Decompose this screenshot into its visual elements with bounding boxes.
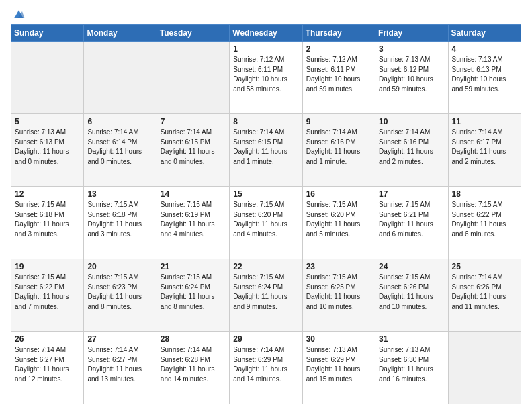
day-info: Sunrise: 7:15 AM Sunset: 6:25 PM Dayligh… [306, 273, 371, 312]
calendar-cell: 14Sunrise: 7:15 AM Sunset: 6:19 PM Dayli… [157, 187, 229, 259]
calendar-cell: 10Sunrise: 7:14 AM Sunset: 6:16 PM Dayli… [375, 114, 448, 187]
day-number: 7 [161, 117, 226, 126]
calendar-cell: 2Sunrise: 7:12 AM Sunset: 6:11 PM Daylig… [302, 42, 375, 114]
calendar-cell: 21Sunrise: 7:15 AM Sunset: 6:24 PM Dayli… [157, 259, 229, 332]
day-number: 30 [306, 334, 371, 344]
calendar-week-row: 5Sunrise: 7:13 AM Sunset: 6:13 PM Daylig… [11, 114, 521, 187]
day-number: 17 [379, 189, 444, 199]
day-info: Sunrise: 7:12 AM Sunset: 6:11 PM Dayligh… [306, 55, 371, 94]
day-info: Sunrise: 7:15 AM Sunset: 6:22 PM Dayligh… [452, 200, 517, 239]
day-number: 24 [379, 262, 444, 271]
logo-icon [12, 8, 26, 21]
day-number: 29 [233, 334, 298, 344]
day-number: 6 [87, 117, 152, 126]
day-info: Sunrise: 7:15 AM Sunset: 6:21 PM Dayligh… [379, 200, 444, 239]
day-number: 16 [306, 189, 371, 199]
day-number: 27 [87, 334, 152, 344]
day-info: Sunrise: 7:14 AM Sunset: 6:28 PM Dayligh… [161, 345, 226, 384]
day-info: Sunrise: 7:15 AM Sunset: 6:20 PM Dayligh… [233, 200, 298, 239]
calendar-cell [157, 42, 229, 114]
day-info: Sunrise: 7:14 AM Sunset: 6:15 PM Dayligh… [161, 128, 226, 167]
day-info: Sunrise: 7:15 AM Sunset: 6:23 PM Dayligh… [87, 273, 152, 312]
calendar-cell: 6Sunrise: 7:14 AM Sunset: 6:14 PM Daylig… [84, 114, 157, 187]
calendar-cell: 15Sunrise: 7:15 AM Sunset: 6:20 PM Dayli… [230, 187, 302, 259]
day-info: Sunrise: 7:15 AM Sunset: 6:18 PM Dayligh… [15, 200, 80, 239]
weekday-header-wednesday: Wednesday [230, 25, 302, 42]
day-info: Sunrise: 7:14 AM Sunset: 6:14 PM Dayligh… [87, 128, 152, 167]
calendar-week-row: 26Sunrise: 7:14 AM Sunset: 6:27 PM Dayli… [11, 332, 521, 404]
day-number: 23 [306, 262, 371, 271]
day-number: 25 [452, 262, 517, 271]
calendar-cell: 1Sunrise: 7:12 AM Sunset: 6:11 PM Daylig… [230, 42, 302, 114]
calendar-cell: 16Sunrise: 7:15 AM Sunset: 6:20 PM Dayli… [302, 187, 375, 259]
calendar-cell: 27Sunrise: 7:14 AM Sunset: 6:27 PM Dayli… [84, 332, 157, 404]
calendar-cell: 20Sunrise: 7:15 AM Sunset: 6:23 PM Dayli… [84, 259, 157, 332]
day-number: 13 [87, 189, 152, 199]
day-number: 28 [161, 334, 226, 344]
calendar-cell [11, 42, 84, 114]
calendar-cell: 30Sunrise: 7:13 AM Sunset: 6:29 PM Dayli… [302, 332, 375, 404]
day-info: Sunrise: 7:15 AM Sunset: 6:24 PM Dayligh… [233, 273, 298, 312]
page: SundayMondayTuesdayWednesdayThursdayFrid… [0, 0, 532, 411]
calendar-cell: 8Sunrise: 7:14 AM Sunset: 6:15 PM Daylig… [230, 114, 302, 187]
day-number: 9 [306, 117, 371, 126]
day-number: 14 [161, 189, 226, 199]
calendar-cell: 12Sunrise: 7:15 AM Sunset: 6:18 PM Dayli… [11, 187, 84, 259]
calendar-cell: 23Sunrise: 7:15 AM Sunset: 6:25 PM Dayli… [302, 259, 375, 332]
calendar-cell [84, 42, 157, 114]
day-info: Sunrise: 7:13 AM Sunset: 6:13 PM Dayligh… [15, 128, 80, 167]
day-info: Sunrise: 7:13 AM Sunset: 6:12 PM Dayligh… [379, 55, 444, 94]
weekday-header-row: SundayMondayTuesdayWednesdayThursdayFrid… [11, 25, 521, 42]
calendar-table: SundayMondayTuesdayWednesdayThursdayFrid… [11, 24, 521, 404]
day-info: Sunrise: 7:15 AM Sunset: 6:20 PM Dayligh… [306, 200, 371, 239]
calendar-cell: 24Sunrise: 7:15 AM Sunset: 6:26 PM Dayli… [375, 259, 448, 332]
day-info: Sunrise: 7:13 AM Sunset: 6:30 PM Dayligh… [379, 345, 444, 384]
calendar-cell: 25Sunrise: 7:14 AM Sunset: 6:26 PM Dayli… [448, 259, 521, 332]
day-number: 1 [233, 44, 298, 54]
calendar-cell [448, 332, 521, 404]
day-number: 15 [233, 189, 298, 199]
calendar-cell: 9Sunrise: 7:14 AM Sunset: 6:16 PM Daylig… [302, 114, 375, 187]
day-number: 8 [233, 117, 298, 126]
calendar-cell: 5Sunrise: 7:13 AM Sunset: 6:13 PM Daylig… [11, 114, 84, 187]
calendar-week-row: 19Sunrise: 7:15 AM Sunset: 6:22 PM Dayli… [11, 259, 521, 332]
day-info: Sunrise: 7:15 AM Sunset: 6:19 PM Dayligh… [161, 200, 226, 239]
calendar-cell: 17Sunrise: 7:15 AM Sunset: 6:21 PM Dayli… [375, 187, 448, 259]
calendar-cell: 3Sunrise: 7:13 AM Sunset: 6:12 PM Daylig… [375, 42, 448, 114]
day-number: 22 [233, 262, 298, 271]
calendar-cell: 4Sunrise: 7:13 AM Sunset: 6:13 PM Daylig… [448, 42, 521, 114]
day-info: Sunrise: 7:14 AM Sunset: 6:16 PM Dayligh… [306, 128, 371, 167]
weekday-header-tuesday: Tuesday [157, 25, 229, 42]
day-info: Sunrise: 7:14 AM Sunset: 6:26 PM Dayligh… [452, 273, 517, 312]
weekday-header-friday: Friday [375, 25, 448, 42]
day-info: Sunrise: 7:13 AM Sunset: 6:13 PM Dayligh… [452, 55, 517, 94]
day-number: 10 [379, 117, 444, 126]
day-info: Sunrise: 7:14 AM Sunset: 6:27 PM Dayligh… [87, 345, 152, 384]
calendar-cell: 18Sunrise: 7:15 AM Sunset: 6:22 PM Dayli… [448, 187, 521, 259]
day-number: 11 [452, 117, 517, 126]
day-number: 20 [87, 262, 152, 271]
day-info: Sunrise: 7:15 AM Sunset: 6:18 PM Dayligh… [87, 200, 152, 239]
day-number: 26 [15, 334, 80, 344]
day-info: Sunrise: 7:14 AM Sunset: 6:27 PM Dayligh… [15, 345, 80, 384]
day-info: Sunrise: 7:14 AM Sunset: 6:29 PM Dayligh… [233, 345, 298, 384]
logo [11, 8, 26, 19]
day-number: 12 [15, 189, 80, 199]
day-number: 3 [379, 44, 444, 54]
day-number: 21 [161, 262, 226, 271]
day-number: 18 [452, 189, 517, 199]
day-info: Sunrise: 7:15 AM Sunset: 6:22 PM Dayligh… [15, 273, 80, 312]
calendar-cell: 28Sunrise: 7:14 AM Sunset: 6:28 PM Dayli… [157, 332, 229, 404]
calendar-cell: 19Sunrise: 7:15 AM Sunset: 6:22 PM Dayli… [11, 259, 84, 332]
day-info: Sunrise: 7:15 AM Sunset: 6:26 PM Dayligh… [379, 273, 444, 312]
weekday-header-sunday: Sunday [11, 25, 84, 42]
day-info: Sunrise: 7:15 AM Sunset: 6:24 PM Dayligh… [161, 273, 226, 312]
day-number: 2 [306, 44, 371, 54]
calendar-cell: 11Sunrise: 7:14 AM Sunset: 6:17 PM Dayli… [448, 114, 521, 187]
calendar-cell: 13Sunrise: 7:15 AM Sunset: 6:18 PM Dayli… [84, 187, 157, 259]
weekday-header-monday: Monday [84, 25, 157, 42]
calendar-cell: 22Sunrise: 7:15 AM Sunset: 6:24 PM Dayli… [230, 259, 302, 332]
calendar-week-row: 12Sunrise: 7:15 AM Sunset: 6:18 PM Dayli… [11, 187, 521, 259]
day-info: Sunrise: 7:12 AM Sunset: 6:11 PM Dayligh… [233, 55, 298, 94]
calendar-cell: 7Sunrise: 7:14 AM Sunset: 6:15 PM Daylig… [157, 114, 229, 187]
